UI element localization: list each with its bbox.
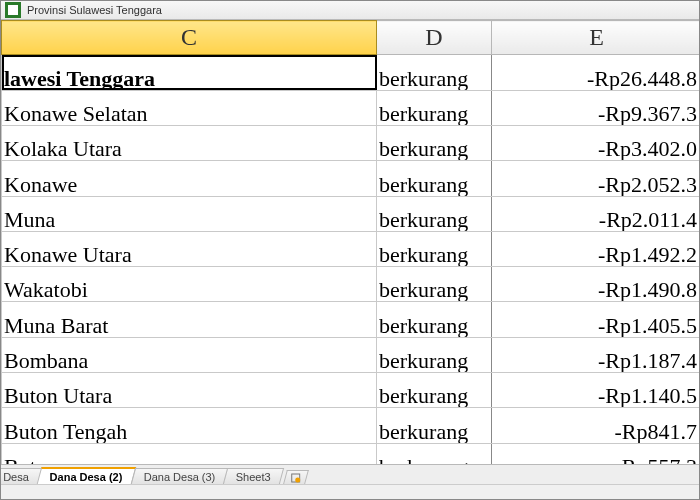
cell-amount[interactable]: -Rp1.405.5 [492, 302, 700, 337]
cell-region-name[interactable]: Konawe Selatan [2, 90, 377, 125]
table-row: Buton Tengahberkurang-Rp841.7 [2, 408, 700, 443]
table-row: Konaweberkurang-Rp2.052.3 [2, 161, 700, 196]
new-sheet-button[interactable] [283, 470, 309, 484]
cell-change-direction[interactable]: berkurang [377, 125, 492, 160]
column-header-E[interactable]: E [492, 21, 700, 55]
sheet-tab-label: Dana Desa (2) [50, 471, 123, 483]
new-sheet-icon [291, 472, 301, 482]
cell-region-name[interactable]: Wakatobi [2, 267, 377, 302]
cell-amount[interactable]: -Rp1.140.5 [492, 373, 700, 408]
window-title: Provinsi Sulawesi Tenggara [25, 4, 162, 16]
cell-region-name[interactable]: Konawe Utara [2, 231, 377, 266]
cell-amount[interactable]: -Rp1.490.8 [492, 267, 700, 302]
cell-amount[interactable]: -Rp841.7 [492, 408, 700, 443]
cell-region-name[interactable]: lawesi Tenggara [2, 55, 377, 90]
cell-region-name[interactable]: Muna [2, 196, 377, 231]
cell-change-direction[interactable]: berkurang [377, 161, 492, 196]
cell-amount[interactable]: -Rp1.187.4 [492, 337, 700, 372]
sheet-tab-label: Dana Desa (3) [144, 471, 216, 483]
titlebar: Provinsi Sulawesi Tenggara [1, 1, 699, 20]
cell-change-direction[interactable]: berkurang [377, 443, 492, 464]
table-row: Konawe Utaraberkurang-Rp1.492.2 [2, 231, 700, 266]
cell-region-name[interactable]: Kolaka Utara [2, 125, 377, 160]
spreadsheet-window: Provinsi Sulawesi Tenggara C D E lawesi … [0, 0, 700, 500]
cell-region-name[interactable]: Konawe [2, 161, 377, 196]
column-header-row: C D E [2, 21, 700, 55]
cell-amount[interactable]: -Rp1.492.2 [492, 231, 700, 266]
cells-table: C D E lawesi Tenggaraberkurang-Rp26.448.… [1, 20, 699, 464]
sheet-tab[interactable]: Dana Desa (2) [37, 467, 136, 484]
cell-change-direction[interactable]: berkurang [377, 373, 492, 408]
cell-change-direction[interactable]: berkurang [377, 337, 492, 372]
sheet-tab-strip: ana DesaDana Desa (2)Dana Desa (3)Sheet3 [1, 464, 699, 483]
sheet-tab-label: ana Desa [1, 471, 29, 483]
cell-amount[interactable]: -Rp2.052.3 [492, 161, 700, 196]
cell-change-direction[interactable]: berkurang [377, 408, 492, 443]
cell-region-name[interactable]: Buton Tengah [2, 408, 377, 443]
cell-amount[interactable]: -Rp26.448.8 [492, 55, 700, 90]
table-row: Muna Baratberkurang-Rp1.405.5 [2, 302, 700, 337]
cell-amount[interactable]: -Rp9.367.3 [492, 90, 700, 125]
table-row: Bombanaberkurang-Rp1.187.4 [2, 337, 700, 372]
sheet-tab[interactable]: Sheet3 [223, 468, 284, 484]
cell-region-name[interactable]: Buton [2, 443, 377, 464]
cell-change-direction[interactable]: berkurang [377, 90, 492, 125]
workbook-icon [5, 2, 21, 18]
table-row: Munaberkurang-Rp2.011.4 [2, 196, 700, 231]
cell-amount[interactable]: -Rp2.011.4 [492, 196, 700, 231]
sheet-tab[interactable]: Dana Desa (3) [131, 468, 229, 484]
table-row: Konawe Selatanberkurang-Rp9.367.3 [2, 90, 700, 125]
cell-change-direction[interactable]: berkurang [377, 302, 492, 337]
horizontal-scrollbar[interactable] [1, 484, 699, 500]
column-header-D[interactable]: D [377, 21, 492, 55]
cell-change-direction[interactable]: berkurang [377, 267, 492, 302]
cell-change-direction[interactable]: berkurang [377, 55, 492, 90]
cell-amount[interactable]: -Rp3.402.0 [492, 125, 700, 160]
table-row: Wakatobiberkurang-Rp1.490.8 [2, 267, 700, 302]
cell-region-name[interactable]: Muna Barat [2, 302, 377, 337]
cell-change-direction[interactable]: berkurang [377, 231, 492, 266]
cell-region-name[interactable]: Buton Utara [2, 373, 377, 408]
worksheet-grid[interactable]: C D E lawesi Tenggaraberkurang-Rp26.448.… [1, 20, 699, 464]
sheet-tab[interactable]: ana Desa [1, 468, 42, 484]
cell-change-direction[interactable]: berkurang [377, 196, 492, 231]
cell-amount[interactable]: -Rp557.3 [492, 443, 700, 464]
sheet-tab-label: Sheet3 [236, 471, 271, 483]
cell-region-name[interactable]: Bombana [2, 337, 377, 372]
table-row: lawesi Tenggaraberkurang-Rp26.448.8 [2, 55, 700, 90]
table-row: Buton Utaraberkurang-Rp1.140.5 [2, 373, 700, 408]
table-row: Butonberkurang-Rp557.3 [2, 443, 700, 464]
column-header-C[interactable]: C [2, 21, 377, 55]
table-row: Kolaka Utaraberkurang-Rp3.402.0 [2, 125, 700, 160]
